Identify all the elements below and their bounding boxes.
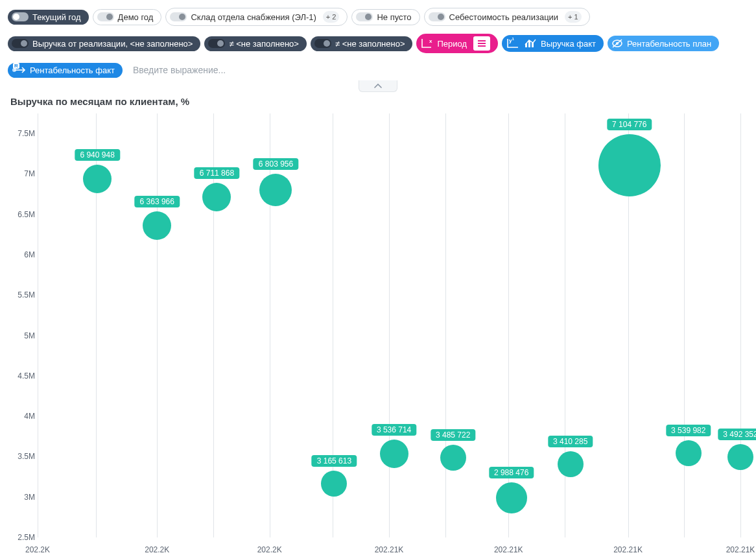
filter-pill-revenue-from-sales[interactable]: Выручка от реализации, <не заполнено> xyxy=(8,36,200,51)
data-point-label: 6 803 956 xyxy=(254,158,298,170)
gridline xyxy=(445,113,446,537)
x-axis-tick: 202.21K xyxy=(613,545,643,553)
expression-input[interactable]: Введите выражение... xyxy=(126,61,748,79)
gridline xyxy=(684,113,685,537)
x-axis-tick: 202.21K xyxy=(726,545,755,553)
toggle-icon xyxy=(12,39,29,48)
filter-pill-demo-year[interactable]: Демо год xyxy=(93,9,162,25)
filter-pill-profitability-plan[interactable]: Рентабельность план xyxy=(608,36,719,51)
chart-container: Выручка по месяцам по клиентам, % 6 940 … xyxy=(0,96,756,553)
x-axis-tick: 202.21K xyxy=(375,545,404,553)
pill-label: Текущий год xyxy=(32,12,81,22)
y-axis-tick: 4.5M xyxy=(9,371,35,381)
collapse-toolbar-button[interactable] xyxy=(359,80,397,92)
data-point[interactable] xyxy=(259,174,292,206)
svg-rect-6 xyxy=(528,41,530,47)
data-point-label: 3 492 352 xyxy=(718,429,756,440)
filter-pill-cost-of-sales[interactable]: Себестоимость реализации+ 1 xyxy=(424,8,590,26)
options-icon[interactable] xyxy=(473,36,490,51)
x-axis-tick: 202.2K xyxy=(25,545,50,553)
data-point-label: 3 410 285 xyxy=(548,436,593,447)
filter-pill-current-year[interactable]: Текущий год xyxy=(8,10,89,25)
filter-pill-ne-1[interactable]: ≠ <не заполнено> xyxy=(204,36,307,51)
gridline xyxy=(157,113,158,537)
data-point-label: 2 988 476 xyxy=(489,467,534,478)
filter-pill-period[interactable]: xПериод xyxy=(416,34,498,53)
y-axis-tick: 6M xyxy=(9,250,35,259)
data-point-label: 6 940 948 xyxy=(75,149,119,161)
y-axis-tick: 7M xyxy=(9,169,35,178)
pill-label: Выручка факт xyxy=(541,39,596,49)
y-axis-tick: 3M xyxy=(9,493,35,502)
toggle-icon xyxy=(429,12,445,21)
data-point[interactable] xyxy=(202,183,231,211)
pill-label: Рентабельность факт xyxy=(30,65,115,75)
pill-label: Рентабельность план xyxy=(627,39,711,49)
data-point-label: 3 165 613 xyxy=(312,455,357,467)
x-axis-tick: 202.2K xyxy=(145,545,169,553)
svg-text:x: x xyxy=(429,38,432,44)
data-point-label: 6 363 966 xyxy=(135,196,180,207)
x-axis-tick: 202.21K xyxy=(494,545,523,553)
toggle-icon xyxy=(97,12,114,21)
filter-toolbar: Текущий годДемо годСклад отдела снабжени… xyxy=(0,0,756,84)
pill-label: Себестоимость реализации xyxy=(449,12,559,22)
filter-count-badge: + 1 xyxy=(565,11,582,23)
data-point-label: 3 536 714 xyxy=(372,424,416,436)
y-axis-tick: 5.5M xyxy=(9,290,35,300)
pill-label: Выручка от реализации, <не заполнено> xyxy=(32,39,193,49)
x-axis-tick: 202.2K xyxy=(257,545,282,553)
data-point[interactable] xyxy=(598,134,661,196)
gridline xyxy=(38,113,38,537)
toggle-icon xyxy=(314,39,331,48)
chevron-up-icon xyxy=(374,84,382,89)
toggle-icon xyxy=(356,12,373,21)
pill-label: Склад отдела снабжения (ЭЛ-1) xyxy=(191,12,316,22)
pill-label: ≠ <не заполнено> xyxy=(335,39,405,49)
data-point-label: 3 539 982 xyxy=(666,425,711,436)
svg-text:y1: y1 xyxy=(509,38,514,43)
filter-pill-supply-warehouse[interactable]: Склад отдела снабжения (ЭЛ-1)+ 2 xyxy=(165,8,348,26)
data-point[interactable] xyxy=(496,482,527,513)
y-axis-tick: 2.5M xyxy=(9,533,35,542)
filter-pill-ne-2[interactable]: ≠ <не заполнено> xyxy=(311,36,413,51)
pill-label: Демо год xyxy=(118,12,154,22)
data-point[interactable] xyxy=(380,440,408,468)
y-axis-tick: 7.5M xyxy=(9,129,35,138)
data-point[interactable] xyxy=(727,444,753,470)
data-point-label: 6 711 868 xyxy=(195,167,239,179)
data-point[interactable] xyxy=(321,471,347,497)
filter-pill-not-empty[interactable]: Не пусто xyxy=(351,9,419,25)
toggle-icon xyxy=(208,39,225,48)
filter-count-badge: + 2 xyxy=(323,11,340,23)
pill-label: ≠ <не заполнено> xyxy=(229,39,299,49)
data-point[interactable] xyxy=(440,445,466,471)
gridline xyxy=(740,113,741,537)
filter-pill-profitability-fact[interactable]: RРентабельность факт xyxy=(8,63,123,78)
y-axis-tick: 4M xyxy=(9,412,35,421)
pill-label: Не пусто xyxy=(377,12,411,22)
y-axis-tick: 3.5M xyxy=(9,452,35,461)
y-axis-tick: 6.5M xyxy=(9,210,35,219)
scatter-plot[interactable]: 6 940 9486 363 9666 711 8686 803 9563 16… xyxy=(9,113,747,553)
data-point[interactable] xyxy=(83,165,112,193)
filter-pill-revenue-fact[interactable]: y1Выручка факт xyxy=(502,35,604,52)
data-point[interactable] xyxy=(676,440,702,466)
gridline xyxy=(389,113,390,537)
data-point-label: 3 485 722 xyxy=(431,429,475,441)
data-point[interactable] xyxy=(143,211,171,240)
pill-label: Период xyxy=(437,39,467,49)
chart-title: Выручка по месяцам по клиентам, % xyxy=(10,96,747,107)
y-axis-tick: 5M xyxy=(9,331,35,340)
data-point[interactable] xyxy=(558,451,584,477)
toggle-icon xyxy=(170,12,187,21)
data-point-label: 7 104 776 xyxy=(607,119,652,130)
toggle-icon xyxy=(12,12,29,21)
